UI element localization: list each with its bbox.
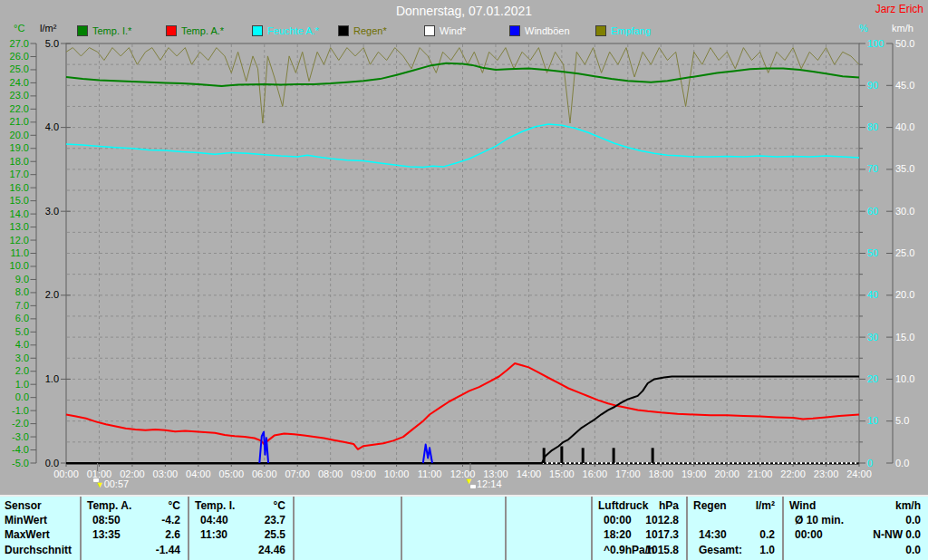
celsius-tick-label: 20.0 xyxy=(10,130,29,140)
table-column-unit: l/m² xyxy=(756,499,775,512)
hour-tick-label: 11:00 xyxy=(418,468,442,479)
sun-marker-time: 00:57 xyxy=(104,478,130,490)
lm2-tick-label: 1.0 xyxy=(45,373,59,384)
hour-tick-label: 19:00 xyxy=(682,468,707,479)
hour-tick-label: 15:00 xyxy=(549,468,575,479)
hour-tick-label: 14:00 xyxy=(517,468,542,479)
celsius-tick-label: 25.0 xyxy=(10,63,29,74)
percent-tick-label: 100 xyxy=(867,38,884,49)
celsius-tick-label: 15.0 xyxy=(10,195,29,206)
celsius-tick-label: 1.0 xyxy=(15,379,29,390)
sun-marker-time: 12:14 xyxy=(477,478,502,490)
hour-tick-label: 03:00 xyxy=(153,468,179,479)
table-cell-value: N-NW 0.0 xyxy=(873,528,921,541)
table-column-name: Temp. I. xyxy=(195,499,235,512)
table-column-unit: hPa xyxy=(659,499,679,512)
table-cell-value: 24.46 xyxy=(258,544,285,556)
celsius-tick-label: 8.0 xyxy=(15,286,29,297)
kmh-tick-label: 20.0 xyxy=(895,289,914,300)
percent-tick-label: 60 xyxy=(867,206,878,217)
table-cell-time: 00:00 xyxy=(604,514,632,526)
hour-tick-label: 10:00 xyxy=(384,468,410,479)
percent-tick-label: 80 xyxy=(867,121,878,132)
table-cell-value: 23.7 xyxy=(265,514,285,526)
percent-tick-label: 70 xyxy=(867,163,878,174)
kmh-tick-label: 10.0 xyxy=(895,373,914,384)
celsius-tick-label: 24.0 xyxy=(10,77,29,88)
table-column-unit: km/h xyxy=(895,499,921,512)
table-column-name: Wind xyxy=(789,499,816,512)
celsius-tick-label: 9.0 xyxy=(15,274,29,285)
kmh-tick-label: 25.0 xyxy=(895,247,914,258)
percent-tick-label: 0 xyxy=(867,458,873,468)
table-cell-value: 2.6 xyxy=(165,528,180,541)
celsius-tick-label: 11.0 xyxy=(10,247,29,258)
hour-tick-label: 21:00 xyxy=(748,468,773,479)
celsius-tick-label: -4.0 xyxy=(12,444,29,455)
celsius-tick-label: -5.0 xyxy=(12,458,29,468)
celsius-tick-label: 27.0 xyxy=(10,38,29,49)
table-column-rowlabels: SensorMinWertMaxWertDurchschnitt xyxy=(0,497,80,560)
percent-tick-label: 10 xyxy=(867,415,878,426)
table-cell-time: Ø 10 min. xyxy=(795,514,844,526)
celsius-tick-label: 18.0 xyxy=(10,156,29,167)
celsius-tick-label: 5.0 xyxy=(15,326,29,337)
chart-plot: 27.026.025.024.023.022.021.020.019.018.0… xyxy=(0,0,928,497)
lm2-tick-label: 0.0 xyxy=(45,458,59,468)
table-cell-value: -1.44 xyxy=(156,544,180,556)
kmh-tick-label: 50.0 xyxy=(895,38,914,49)
table-cell-time: 18:20 xyxy=(604,528,632,541)
celsius-tick-label: 7.0 xyxy=(15,300,29,311)
weather-station-window: Donnerstag, 07.01.2021 Jarz Erich °C l/m… xyxy=(0,0,928,560)
celsius-tick-label: -2.0 xyxy=(12,418,29,429)
table-cell-time: 13:35 xyxy=(92,528,121,541)
table-cell-time: Gesamt: xyxy=(699,544,742,556)
celsius-tick-label: 16.0 xyxy=(10,182,29,193)
celsius-tick-label: 0.0 xyxy=(15,391,29,402)
series-line-feuchte-a- xyxy=(66,124,859,168)
hour-tick-label: 18:00 xyxy=(648,468,673,479)
hour-tick-label: 07:00 xyxy=(285,468,310,479)
hour-tick-label: 17:00 xyxy=(615,468,641,479)
table-column-unit: °C xyxy=(274,499,285,512)
table-cell-time: 11:30 xyxy=(200,528,227,541)
hour-tick-label: 05:00 xyxy=(219,468,245,479)
table-cell-time: 00:00 xyxy=(795,528,823,541)
hour-tick-label: 08:00 xyxy=(318,468,343,479)
celsius-tick-label: 13.0 xyxy=(10,221,29,232)
celsius-tick-label: 17.0 xyxy=(10,169,29,179)
celsius-tick-label: 26.0 xyxy=(10,51,29,62)
table-cell-value: -4.2 xyxy=(161,514,180,526)
table-cell-value: 0.0 xyxy=(905,544,921,556)
table-column xyxy=(505,497,591,560)
table-column: LuftdruckhPa00:001012.818:201017.3^0.9hP… xyxy=(591,497,686,560)
table-row-label: Sensor xyxy=(5,499,42,512)
celsius-tick-label: 4.0 xyxy=(15,339,29,350)
table-cell-value: 0.2 xyxy=(759,528,775,541)
hour-tick-label: 20:00 xyxy=(714,468,740,479)
table-cell-value: 25.5 xyxy=(265,528,285,541)
table-column: Regenl/m²14:300.2Gesamt:1.0 xyxy=(686,497,782,560)
kmh-tick-label: 15.0 xyxy=(895,332,914,343)
sun-marker: ▼00:57 xyxy=(92,478,130,490)
celsius-tick-label: 22.0 xyxy=(10,103,29,114)
table-cell-value: 1012.8 xyxy=(645,514,679,526)
lm2-tick-label: 5.0 xyxy=(45,38,59,49)
table-cell-value: 1015.8 xyxy=(645,544,679,556)
hour-tick-label: 00:00 xyxy=(53,468,79,479)
kmh-tick-label: 40.0 xyxy=(895,121,914,132)
table-cell-time: 14:30 xyxy=(699,528,727,541)
hour-tick-label: 06:00 xyxy=(252,468,277,479)
percent-tick-label: 30 xyxy=(867,332,878,343)
table-column-name: Regen xyxy=(693,499,727,512)
hour-tick-label: 09:00 xyxy=(351,468,376,479)
summary-table: SensorMinWertMaxWertDurchschnittTemp. A.… xyxy=(0,495,928,560)
table-column: Temp. A.°C08:50-4.213:352.6-1.44 xyxy=(80,497,188,560)
celsius-tick-label: 12.0 xyxy=(10,235,29,246)
celsius-tick-label: 2.0 xyxy=(15,365,29,376)
hour-tick-label: 22:00 xyxy=(780,468,806,479)
celsius-tick-label: 3.0 xyxy=(15,352,29,363)
lm2-tick-label: 2.0 xyxy=(45,289,59,300)
table-column-name: Temp. A. xyxy=(87,499,131,512)
table-cell-value: 1017.3 xyxy=(645,528,679,541)
